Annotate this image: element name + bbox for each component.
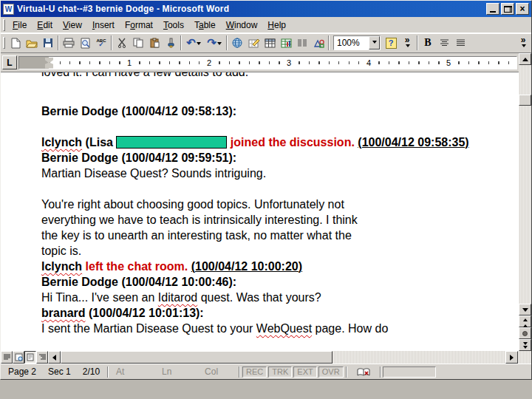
outline-view-button[interactable] [36,351,48,364]
horizontal-scroll-track[interactable] [332,351,505,364]
next-page-button[interactable] [519,339,531,351]
new-document-button[interactable] [7,35,24,51]
align-justify-button[interactable] [452,35,468,51]
spelling-grammar-button[interactable]: ABC✓ [93,35,109,51]
print-preview-button[interactable] [77,35,93,51]
align-justify-icon [456,39,466,47]
vertical-scrollbar[interactable] [519,53,531,351]
insert-hyperlink-button[interactable] [229,35,245,51]
menu-item-view[interactable]: View [58,18,87,33]
paste-clipboard-icon [150,38,160,48]
status-divider [239,366,240,378]
scroll-left-button[interactable] [48,351,61,364]
redo-button[interactable]: ↷ [204,35,225,51]
scrollbar-corner [518,351,531,364]
redo-dropdown-icon[interactable] [217,42,222,47]
word-window: W Virtual-U chat--#3 bernie Dodge - Micr… [0,0,532,380]
insert-excel-worksheet-button[interactable] [278,35,294,51]
scroll-down-button[interactable] [519,304,531,316]
open-button[interactable] [24,35,40,51]
excel-worksheet-icon [281,38,292,48]
overtype-toggle[interactable]: OVR [318,366,344,378]
scroll-up-button[interactable] [519,53,531,65]
record-macro-toggle[interactable]: REC [242,366,267,378]
formatting-toolbar-options-button[interactable]: » [515,35,531,51]
toolbar-separator [111,35,112,50]
line-indicator: Ln [156,366,199,378]
web-layout-view-button[interactable] [13,351,24,364]
window-title: Virtual-U chat--#3 bernie Dodge - Micros… [17,4,483,14]
menu-item-tools[interactable]: Tools [158,18,189,33]
menu-item-insert[interactable]: Insert [87,18,120,33]
tables-and-borders-button[interactable] [245,35,262,51]
redaction-highlight-box [116,136,227,149]
close-icon: × [519,4,525,14]
redo-icon: ↷ [207,36,216,50]
close-button[interactable]: × [516,3,529,15]
format-painter-button[interactable] [163,35,179,51]
ruler-inch-mark: 5 [445,58,452,68]
document-page[interactable]: loved it. I can have a few details to ad… [1,72,519,336]
print-layout-view-button[interactable] [24,351,36,364]
menu-bar: FileEditViewInsertFormatToolsTableWindow… [1,17,531,33]
horizontal-scrollbar[interactable] [1,351,531,364]
doc-line: branard (100/04/12 10:01:13): [41,305,511,321]
doc-line [41,181,511,197]
spelling-abc-icon: ABC✓ [97,39,106,47]
toolbar-drag-handle[interactable] [3,37,5,49]
drawing-button[interactable] [310,35,327,51]
zoom-dropdown-button[interactable] [369,36,380,50]
minimize-button[interactable] [486,3,499,15]
align-center-button[interactable] [436,35,452,51]
word-document-icon[interactable]: W [3,4,14,15]
menu-item-edit[interactable]: Edit [32,18,58,33]
normal-view-button[interactable] [1,351,13,364]
vertical-scroll-track[interactable] [519,65,531,304]
select-browse-object-button[interactable] [519,327,531,339]
copy-button[interactable] [130,35,146,51]
undo-button[interactable]: ↶ [183,35,204,51]
menu-item-format[interactable]: Format [120,18,158,33]
print-layout-icon [27,353,34,361]
scroll-right-button[interactable] [505,351,518,364]
insert-table-button[interactable] [262,35,278,51]
vertical-scroll-thumb[interactable] [519,95,531,106]
doc-line: You're right about choosing good topics.… [41,197,511,212]
format-painter-brush-icon [167,38,175,48]
paste-button[interactable] [146,35,163,51]
tab-alignment-selector[interactable]: L [2,55,17,69]
menu-drag-handle[interactable] [3,19,5,31]
standard-toolbar-options-button[interactable]: » [399,35,415,51]
spelling-status[interactable] [349,366,378,378]
undo-dropdown-icon[interactable] [197,42,201,47]
horizontal-scroll-thumb[interactable] [61,351,332,364]
menu-item-file[interactable]: File [7,18,32,33]
zoom-combobox[interactable]: 100% [333,35,381,50]
bold-button[interactable]: B [420,35,436,51]
doc-line: lclynch (Lisa joined the discussion. (10… [41,134,511,150]
page-indicator[interactable]: Page 2 [2,366,42,378]
ruler-strip: 12345 [18,56,517,69]
save-button[interactable] [40,35,56,51]
print-icon [63,38,75,48]
open-folder-icon [26,38,38,48]
toolbar-options-chevron-icon: » [405,37,410,50]
previous-page-button[interactable] [519,316,531,327]
track-changes-toggle[interactable]: TRK [268,366,292,378]
menu-item-window[interactable]: Window [221,18,263,33]
menu-item-help[interactable]: Help [262,18,291,33]
new-document-icon [11,38,21,49]
columns-button[interactable] [294,35,310,51]
restore-button[interactable] [501,3,514,15]
extend-selection-toggle[interactable]: EXT [293,366,316,378]
office-assistant-button[interactable]: ? [383,35,399,51]
spelling-book-icon [357,367,370,377]
outline-view-icon [38,354,47,361]
cut-button[interactable] [114,35,130,51]
status-divider [107,366,109,378]
print-button[interactable] [61,35,77,51]
bold-icon: B [424,37,431,49]
menu-item-table[interactable]: Table [189,18,221,33]
minimize-icon [490,11,496,13]
column-indicator: Col [199,366,237,378]
